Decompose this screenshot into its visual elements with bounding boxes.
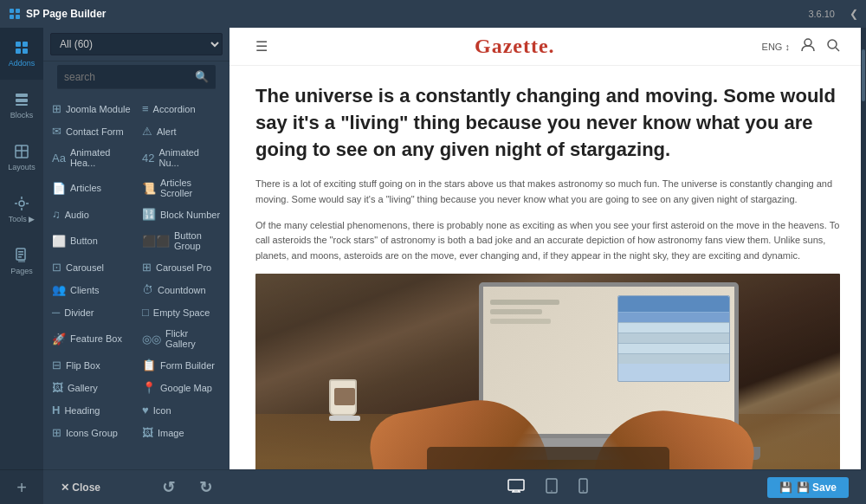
addon-articles-scroller[interactable]: 📜 Articles Scroller: [137, 173, 226, 203]
addon-icon: 👥: [52, 283, 66, 296]
addon-icon: 🖼: [52, 381, 63, 394]
addon-label: Articles: [70, 183, 101, 193]
addon-icon: 🔢: [142, 208, 156, 221]
svg-rect-7: [23, 48, 28, 54]
addon-animated-number[interactable]: 42 Animated Nu...: [137, 143, 226, 172]
addon-accordion[interactable]: ≡ Accordion: [137, 98, 226, 120]
close-button[interactable]: ✕ Close: [50, 478, 111, 497]
addon-icons-group[interactable]: ⊞ Icons Group: [47, 422, 136, 443]
addon-label: Button: [70, 236, 98, 246]
language-selector[interactable]: ENG ↕: [762, 42, 790, 52]
addon-icon: ⏱: [142, 283, 153, 296]
addon-label: Gallery: [68, 383, 98, 393]
sidebar-item-addons[interactable]: Addons: [0, 28, 43, 80]
addon-icon: 📍: [142, 381, 156, 394]
addon-icon: ⊞: [142, 261, 152, 274]
sidebar-item-blocks[interactable]: Blocks: [0, 80, 43, 132]
svg-line-26: [836, 48, 839, 51]
save-label: 💾 Save: [797, 481, 837, 494]
addon-articles[interactable]: 📄 Articles: [47, 173, 136, 203]
addon-label: Heading: [64, 405, 100, 416]
sidebar-item-tools[interactable]: Tools ▶: [0, 184, 43, 236]
sidebar-panel: All (60) 🔍 ⊞ Joomla Module ≡: [43, 28, 229, 504]
addon-form-builder[interactable]: 📋 Form Builder: [137, 354, 226, 376]
addon-gallery[interactable]: 🖼 Gallery: [47, 377, 136, 398]
addon-button[interactable]: ⬜ Button: [47, 226, 136, 255]
tools-icon: [14, 196, 29, 211]
sidebar-item-layouts[interactable]: Layouts: [0, 132, 43, 184]
addon-button-group[interactable]: ⬛⬛ Button Group: [137, 226, 226, 255]
addon-search-input[interactable]: [64, 71, 195, 83]
layouts-nav-label: Layouts: [8, 163, 36, 171]
collapse-button[interactable]: ❮: [842, 0, 866, 28]
addon-icon: ⊞: [52, 426, 61, 439]
svg-rect-8: [16, 94, 28, 97]
addon-icon: H: [52, 404, 60, 417]
addon-google-map[interactable]: 📍 Google Map: [137, 377, 226, 398]
layouts-icon: [14, 144, 29, 159]
desktop-view-button[interactable]: [504, 477, 528, 498]
addon-label: Carousel: [66, 262, 104, 273]
addon-icon: 📋: [142, 359, 156, 372]
addon-carousel-pro[interactable]: ⊞ Carousel Pro: [137, 256, 226, 278]
addon-flickr-gallery[interactable]: ◎◎ Flickr Gallery: [137, 324, 226, 353]
svg-point-34: [583, 490, 585, 492]
addon-countdown[interactable]: ⏱ Countdown: [137, 279, 226, 300]
addon-icon: ⬜: [52, 235, 66, 248]
addon-block-number[interactable]: 🔢 Block Number: [137, 204, 226, 225]
svg-rect-2: [10, 15, 14, 19]
addon-contact-form[interactable]: ✉ Contact Form: [47, 120, 136, 142]
save-button[interactable]: 💾 💾 Save: [767, 477, 849, 498]
tablet-view-button[interactable]: [542, 476, 561, 499]
addon-divider[interactable]: ─ Divider: [47, 301, 136, 323]
user-icon[interactable]: [800, 37, 816, 55]
redo-button[interactable]: ↻: [189, 475, 223, 501]
save-icon: 💾: [779, 481, 792, 494]
addon-icon: ⬛⬛: [142, 235, 170, 248]
addon-joomla-module[interactable]: ⊞ Joomla Module: [47, 98, 136, 120]
pages-icon: [14, 248, 29, 263]
bottom-left-actions: ✕ Close: [50, 478, 111, 497]
addon-feature-box[interactable]: 🚀 Feature Box: [47, 324, 136, 353]
undo-button[interactable]: ↺: [152, 475, 185, 501]
header-right: ENG ↕: [762, 37, 840, 55]
addon-label: Feature Box: [70, 333, 122, 344]
addon-heading[interactable]: H Heading: [47, 399, 136, 421]
addon-animated-heading[interactable]: Aa Animated Hea...: [47, 143, 136, 172]
addon-image[interactable]: 🖼 Image: [137, 422, 226, 443]
addon-icon: ≡: [142, 102, 149, 115]
addons-nav-label: Addons: [9, 59, 36, 68]
site-logo: Gazette.: [475, 35, 555, 58]
addon-icon-icon: ♥: [142, 404, 149, 417]
mobile-view-button[interactable]: [575, 476, 591, 499]
svg-rect-20: [18, 251, 23, 253]
sidebar-nav: Addons Blocks Layouts: [0, 28, 43, 469]
addon-clients[interactable]: 👥 Clients: [47, 279, 136, 300]
website-content[interactable]: The universe is a constantly changing an…: [229, 66, 866, 504]
search-icon[interactable]: [826, 38, 840, 55]
hamburger-icon[interactable]: ☰: [255, 38, 268, 55]
addon-label: Accordion: [153, 104, 196, 114]
svg-point-25: [828, 40, 837, 48]
svg-rect-10: [16, 104, 28, 106]
svg-rect-21: [18, 254, 23, 255]
addon-list: ⊞ Joomla Module ≡ Accordion ✉ Contact Fo…: [43, 98, 229, 504]
addon-flip-box[interactable]: ⊟ Flip Box: [47, 354, 136, 376]
addon-filter-select[interactable]: All (60): [50, 33, 223, 55]
addon-alert[interactable]: ⚠ Alert: [137, 120, 226, 142]
addon-empty-space[interactable]: □ Empty Space: [137, 301, 226, 323]
addon-icon: ─: [52, 306, 60, 319]
addon-icon: ⊞: [52, 102, 61, 115]
search-icon: 🔍: [195, 70, 209, 83]
addon-label: Articles Scroller: [160, 178, 221, 198]
svg-rect-3: [16, 15, 20, 19]
addon-audio[interactable]: ♫ Audio: [47, 204, 136, 225]
addon-label: Contact Form: [66, 126, 124, 137]
sidebar-item-pages[interactable]: Pages: [0, 236, 43, 288]
addon-carousel[interactable]: ⊡ Carousel: [47, 256, 136, 278]
svg-point-32: [551, 490, 553, 492]
addon-icon[interactable]: ♥ Icon: [137, 399, 226, 421]
add-row-button[interactable]: +: [0, 469, 43, 504]
article-body-2: Of the many celestial phenomenons, there…: [255, 218, 840, 264]
svg-rect-0: [10, 9, 14, 13]
